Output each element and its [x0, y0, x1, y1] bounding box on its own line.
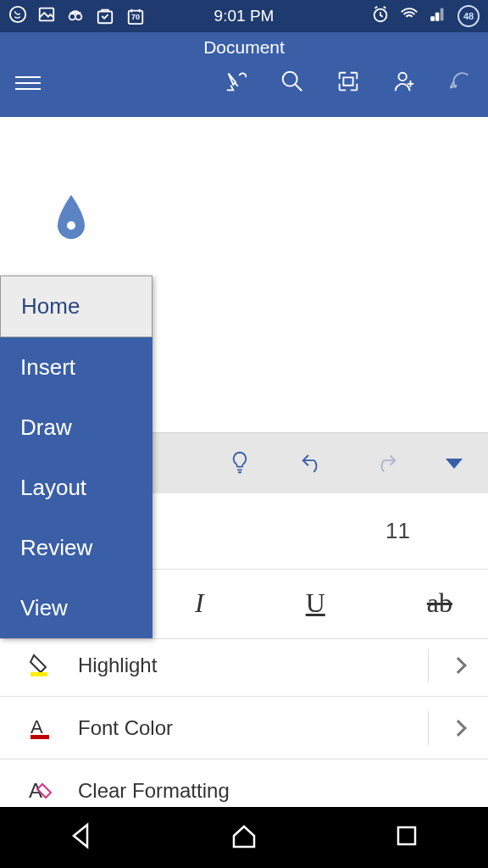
font-color-label: Font Color [78, 716, 428, 740]
clear-formatting-label: Clear Formatting [78, 779, 464, 803]
svg-rect-15 [398, 827, 415, 844]
nav-home-icon[interactable] [230, 821, 258, 854]
toolbar-expand-icon[interactable] [446, 459, 463, 469]
chevron-right-icon [450, 657, 467, 674]
hamburger-menu-button[interactable] [15, 76, 41, 90]
italic-button[interactable]: I [195, 587, 204, 619]
highlight-row[interactable]: Highlight [0, 634, 488, 697]
battery-percent: 48 [463, 11, 474, 21]
undo-icon[interactable] [447, 69, 473, 97]
toolbar-undo-icon[interactable] [300, 449, 325, 478]
whatsapp-icon [8, 5, 27, 27]
svg-rect-13 [30, 735, 49, 739]
strikethrough-button[interactable]: ab [427, 587, 452, 619]
document-title: Document [0, 32, 488, 58]
toolbar-redo-icon[interactable] [373, 449, 398, 478]
wifi-icon [400, 5, 419, 27]
svg-rect-11 [30, 672, 47, 676]
format-pen-icon[interactable] [224, 69, 249, 97]
calendar-badge-number: 70 [131, 13, 140, 21]
menu-item-review[interactable]: Review [0, 518, 152, 578]
search-icon[interactable] [280, 69, 305, 97]
menu-item-view[interactable]: View [0, 578, 152, 638]
svg-point-9 [398, 73, 406, 81]
store-icon [95, 6, 115, 26]
svg-line-8 [296, 85, 302, 92]
menu-item-insert[interactable]: Insert [0, 337, 152, 398]
menu-item-layout[interactable]: Layout [0, 458, 152, 518]
svg-point-3 [75, 14, 81, 19]
clear-formatting-icon: A [24, 777, 58, 804]
android-status-bar: 70 9:01 PM 48 [0, 0, 488, 32]
read-mode-icon[interactable] [336, 69, 361, 97]
battery-indicator: 48 [458, 5, 480, 27]
status-time: 9:01 PM [214, 7, 274, 25]
font-color-row[interactable]: A Font Color [0, 697, 488, 760]
calendar-icon: 70 [125, 6, 146, 26]
share-person-icon[interactable] [391, 69, 417, 97]
alarm-icon [371, 5, 390, 27]
underline-button[interactable]: U [306, 587, 325, 619]
svg-point-7 [283, 72, 297, 86]
highlight-label: Highlight [78, 654, 428, 677]
image-icon [37, 5, 56, 27]
svg-point-10 [67, 221, 75, 230]
chevron-right-icon [450, 720, 467, 737]
font-color-icon: A [24, 715, 58, 742]
app-bar: Document [0, 32, 488, 117]
svg-text:A: A [30, 716, 43, 737]
lightbulb-icon[interactable] [227, 449, 252, 478]
font-size-value: 11 [385, 518, 410, 544]
menu-item-home[interactable]: Home [0, 275, 152, 337]
incognito-icon [66, 5, 85, 27]
signal-icon [429, 5, 447, 27]
svg-point-2 [69, 14, 75, 19]
cursor-handle-icon[interactable] [53, 193, 90, 241]
android-nav-bar [0, 807, 488, 868]
nav-back-icon[interactable] [67, 821, 96, 854]
highlight-icon [24, 652, 58, 679]
menu-item-draw[interactable]: Draw [0, 398, 152, 458]
nav-recent-icon[interactable] [392, 821, 421, 854]
ribbon-tab-menu: Home Insert Draw Layout Review View [0, 275, 152, 638]
svg-text:A: A [29, 779, 42, 802]
